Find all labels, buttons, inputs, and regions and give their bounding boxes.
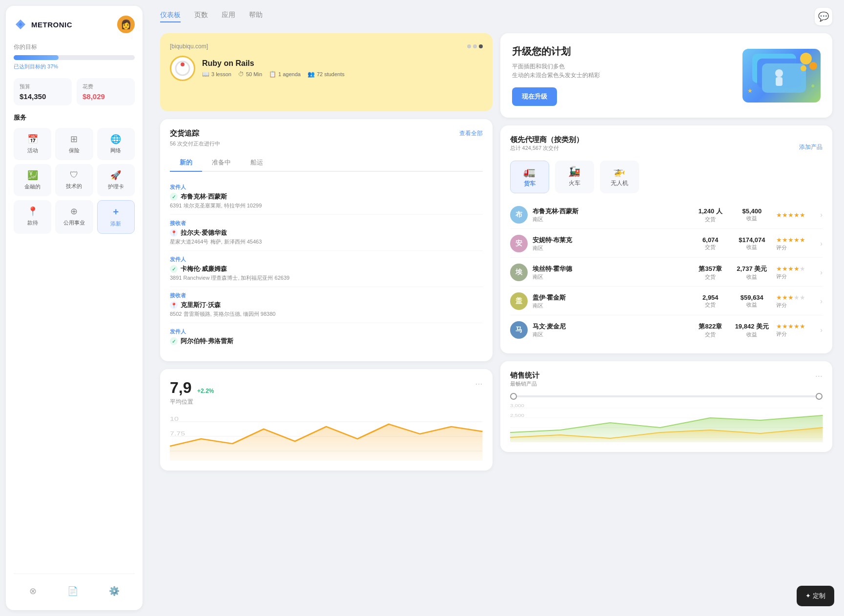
service-finance[interactable]: 💹 金融的 xyxy=(14,164,51,196)
goal-progress-bg xyxy=(14,55,135,60)
agent-revenue: $174,074 收益 xyxy=(732,236,771,251)
agents-card: 领先代理商（按类别） 总计 424,567 次交付 添加产品 🚛 货车 🚂 火车 xyxy=(500,125,833,353)
slider-handle-left[interactable] xyxy=(510,393,517,400)
layers-icon[interactable]: ⊗ xyxy=(25,582,41,600)
service-활동[interactable]: 📅 活动 xyxy=(14,128,51,160)
status-dot-green: ✓ xyxy=(170,193,178,201)
tracking-tabs: 新的 准备中 船运 xyxy=(170,154,483,172)
goal-percent: 已达到目标的 37% xyxy=(14,63,135,70)
agent-tab-truck[interactable]: 🚛 货车 xyxy=(510,161,549,193)
course-logo xyxy=(170,56,195,81)
agent-avatar: 埃 xyxy=(510,264,528,281)
status-dot-green2: ✓ xyxy=(170,265,178,273)
upgrade-desc: 平面插图和我们多色 生动的未混合紫色头发女士的精彩 xyxy=(512,62,600,80)
nav-apps[interactable]: 应用 xyxy=(222,11,235,22)
service-hospitality[interactable]: 📍 款待 xyxy=(14,200,51,234)
delivery-item: 发件人 ✓ 布鲁克林·西蒙斯 6391 埃尔克圣塞莱斯, 特拉华州 10299 xyxy=(170,179,483,215)
course-title: Ruby on Rails xyxy=(202,59,345,68)
slider-handle-right[interactable] xyxy=(816,393,823,400)
agent-ratings: ★★★★★ 评分 xyxy=(776,236,815,251)
budget-label: 预算 xyxy=(20,83,66,90)
svg-point-15 xyxy=(775,69,783,77)
nav-help[interactable]: 帮助 xyxy=(249,11,263,22)
sales-subtitle: 最畅销产品 xyxy=(510,380,539,388)
tab-preparing[interactable]: 准备中 xyxy=(202,154,241,172)
nav-dashboard[interactable]: 仪表板 xyxy=(160,11,181,22)
agent-arrow[interactable]: › xyxy=(820,297,823,305)
service-card[interactable]: 🚀 护理卡 xyxy=(97,164,135,196)
drone-icon: 🚁 xyxy=(613,165,625,177)
stats-info: 7,9 +2.2% 平均位置 xyxy=(170,379,214,406)
agent-tab-drone[interactable]: 🚁 无人机 xyxy=(600,161,639,193)
upgrade-title: 升级您的计划 xyxy=(512,45,600,58)
course-body: Ruby on Rails 📖 3 lesson ⏱ 50 Min 📋 1 ag… xyxy=(170,56,483,81)
agent-tabs: 🚛 货车 🚂 火车 🚁 无人机 xyxy=(510,161,823,193)
delivery-item: 发件人 ✓ 阿尔伯特·弗洛雷斯 xyxy=(170,323,483,351)
agent-revenue: $59,634 收益 xyxy=(732,294,771,308)
agent-transactions: 1,240 人 交货 xyxy=(693,207,727,223)
settings-icon[interactable]: ⚙️ xyxy=(105,582,124,600)
upgrade-button[interactable]: 现在升级 xyxy=(512,87,557,106)
service-utility[interactable]: ⊕ 公用事业 xyxy=(55,200,93,234)
agent-info: 埃丝特·霍华德 南区 xyxy=(533,265,689,281)
service-network[interactable]: 🌐 网络 xyxy=(97,128,135,160)
agent-transactions: 2,954 交货 xyxy=(693,294,727,308)
agent-avatar: 马 xyxy=(510,321,528,339)
top-nav: 仪表板 页数 应用 帮助 xyxy=(160,11,263,22)
course-url-dots xyxy=(467,44,483,48)
left-column: [biqubiqu.com] Ruby xyxy=(160,33,493,608)
agent-ratings: ★★★★★ 评分 xyxy=(776,294,815,309)
svg-point-12 xyxy=(801,65,806,71)
svg-rect-9 xyxy=(762,63,806,93)
dot1 xyxy=(467,44,471,48)
agent-arrow[interactable]: › xyxy=(820,240,823,247)
tracking-header: 交货追踪 查看全部 xyxy=(170,129,483,138)
svg-text:3,000: 3,000 xyxy=(510,403,524,408)
chat-icon[interactable]: 💬 xyxy=(815,8,832,25)
agent-transactions: 第357章 交货 xyxy=(693,265,727,281)
expense-label: 花费 xyxy=(82,83,129,90)
stats-menu[interactable]: ··· xyxy=(475,379,482,389)
sales-menu[interactable]: ··· xyxy=(815,371,823,381)
agent-ratings: ★★★★★ xyxy=(776,211,815,219)
service-tech[interactable]: 🛡 技术的 xyxy=(55,164,93,196)
expense-value: $8,029 xyxy=(82,92,129,101)
agents-header: 领先代理商（按类别） 总计 424,567 次交付 添加产品 xyxy=(510,135,823,159)
agent-arrow[interactable]: › xyxy=(820,326,823,334)
agent-info: 盖伊·霍金斯 南区 xyxy=(533,293,689,309)
agents-list: 布 布鲁克林·西蒙斯 南区 1,240 人 交货 $5,400 收益 xyxy=(510,201,823,344)
tab-new[interactable]: 新的 xyxy=(170,154,202,172)
document-icon[interactable]: 📄 xyxy=(63,582,82,600)
upgrade-text: 升级您的计划 平面插图和我们多色 生动的未混合紫色头发女士的精彩 现在升级 xyxy=(512,45,600,106)
agent-row: 盖 盖伊·霍金斯 南区 2,954 交货 $59,634 收益 xyxy=(510,287,823,315)
sidebar: METRONIC 👩 你的目标 已达到目标的 37% 预算 $14,350 花费… xyxy=(6,6,143,610)
agent-info: 布鲁克林·西蒙斯 南区 xyxy=(533,207,689,223)
service-보험[interactable]: ⊞ 保险 xyxy=(55,128,93,160)
customize-button[interactable]: ✦ 定制 xyxy=(797,586,834,606)
stats-value: 7,9 xyxy=(170,379,191,396)
tab-shipping[interactable]: 船运 xyxy=(241,154,273,172)
sidebar-footer: ⊗ 📄 ⚙️ xyxy=(14,574,135,600)
delivery-items: 发件人 ✓ 布鲁克林·西蒙斯 6391 埃尔克圣塞莱斯, 特拉华州 10299 … xyxy=(170,179,483,351)
ruby-icon xyxy=(174,60,191,77)
sales-slider[interactable] xyxy=(510,395,823,397)
agent-arrow[interactable]: › xyxy=(820,268,823,276)
agents-subtitle: 总计 424,567 次交付 xyxy=(510,144,583,152)
goal-label: 你的目标 xyxy=(14,43,135,51)
add-product-button[interactable]: 添加产品 xyxy=(799,143,823,151)
agent-tab-train[interactable]: 🚂 火车 xyxy=(555,161,594,193)
stats-label: 平均位置 xyxy=(170,398,214,406)
course-info: Ruby on Rails 📖 3 lesson ⏱ 50 Min 📋 1 ag… xyxy=(202,59,345,78)
status-dot-blue2: 📍 xyxy=(170,301,178,309)
agent-revenue: 2,737 美元 收益 xyxy=(732,265,771,281)
logo-area: METRONIC xyxy=(14,18,72,31)
tracking-link[interactable]: 查看全部 xyxy=(459,129,483,138)
budget-value: $14,350 xyxy=(20,92,66,101)
nav-pages[interactable]: 页数 xyxy=(194,11,208,22)
delivery-item: 接收者 📍 拉尔夫·爱德华兹 星家大道2464号 梅萨, 新泽西州 45463 xyxy=(170,215,483,251)
budget-row: 预算 $14,350 花费 $8,029 xyxy=(14,78,135,105)
agent-arrow[interactable]: › xyxy=(820,211,823,219)
dot2 xyxy=(473,44,477,48)
stats-trend: +2.2% xyxy=(197,388,214,394)
service-add[interactable]: + 添新 xyxy=(97,200,135,234)
